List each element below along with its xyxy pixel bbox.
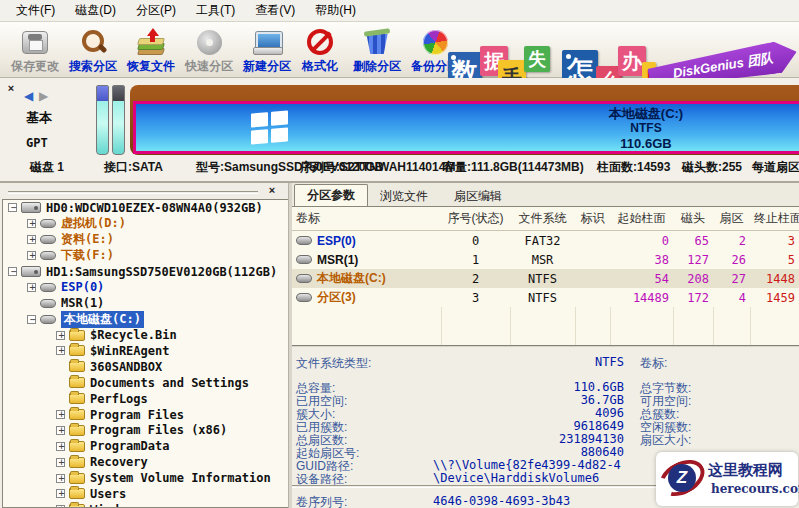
partition-table: 卷标 序号(状态) 文件系统 标识 起始柱面 磁头 扇区 终止柱面 ESP(0)… — [292, 206, 799, 345]
folder-icon — [69, 409, 85, 420]
delete-partition-icon — [365, 30, 389, 54]
search-partition-button[interactable]: 搜索分区 — [64, 25, 122, 75]
tab-sector-edit[interactable]: 扇区编辑 — [442, 186, 514, 206]
hdd-icon — [21, 202, 41, 213]
tree-item-folder[interactable]: Recovery — [3, 454, 288, 470]
panel-grip — [8, 191, 258, 194]
tree-item-hd0[interactable]: HD0:WDCWD10EZEX-08WN4A0(932GB) — [3, 200, 288, 216]
windows-logo-icon — [251, 110, 288, 144]
collapse-icon[interactable] — [8, 267, 17, 276]
delete-partition-button[interactable]: 删除分区 — [348, 25, 406, 75]
folder-icon — [69, 488, 85, 499]
new-partition-icon — [252, 28, 282, 56]
expand-icon[interactable] — [27, 283, 36, 292]
disk-info-line: 磁盘 1 接口:SATA 型号:SamsungSSD750EV0120GB 序列… — [0, 158, 799, 176]
expand-icon[interactable] — [27, 251, 36, 260]
tree-item-folder[interactable]: $WinREAgent — [3, 343, 288, 359]
esp-partition-bar[interactable] — [96, 85, 109, 155]
detail-row: 总容量:110.6GB总字节数: — [292, 380, 799, 393]
folder-icon — [69, 425, 85, 436]
tree-item-folder[interactable]: Program Files (x86) — [3, 422, 288, 438]
tree-item-esp[interactable]: ESP(0) — [3, 279, 288, 295]
format-button[interactable]: 格式化 — [296, 25, 344, 75]
tree-item-folder[interactable]: 360SANDBOX — [3, 359, 288, 375]
next-disk-arrow-icon[interactable]: ▶ — [39, 89, 48, 103]
drive-icon — [40, 299, 56, 308]
menu-partition[interactable]: 分区(P) — [126, 0, 186, 21]
tab-bar: 分区参数 浏览文件 扇区编辑 — [292, 183, 799, 206]
collapse-icon[interactable] — [8, 203, 17, 212]
menu-help[interactable]: 帮助(H) — [305, 0, 366, 21]
expand-icon[interactable] — [56, 474, 65, 483]
table-row[interactable]: ESP(0) 0 FAT32 0 65 2 3 — [292, 231, 799, 250]
tree-item-folder[interactable]: $Recycle.Bin — [3, 327, 288, 343]
tree-item-hd1[interactable]: HD1:SamsungSSD750EV0120GB(112GB) — [3, 264, 288, 280]
table-row[interactable]: MSR(1) 1 MSR 38 127 26 5 — [292, 250, 799, 269]
disk-bar[interactable]: 本地磁盘(C:) NTFS 110.6GB — [130, 85, 799, 155]
folder-icon — [69, 393, 85, 404]
menu-view[interactable]: 查看(V) — [245, 0, 305, 21]
save-changes-button[interactable]: 保存更改 — [6, 25, 64, 75]
folder-icon — [69, 361, 85, 372]
expand-icon[interactable] — [27, 235, 36, 244]
expand-icon[interactable] — [56, 426, 65, 435]
tree-item-drive-f[interactable]: 下载(F:) — [3, 248, 288, 264]
menu-file[interactable]: 文件(F) — [6, 0, 65, 21]
expand-icon[interactable] — [56, 346, 65, 355]
close-icon[interactable]: × — [5, 83, 17, 95]
menu-disk[interactable]: 磁盘(D) — [65, 0, 126, 21]
new-partition-button[interactable]: 新建分区 — [238, 25, 296, 75]
tree-item-folder[interactable]: Documents and Settings — [3, 375, 288, 391]
tree-item-folder[interactable]: System Volume Information — [3, 470, 288, 486]
close-icon[interactable]: × — [266, 185, 278, 197]
ad-tile: 失 — [524, 46, 550, 72]
tree-item-drive-e[interactable]: 资料(E:) — [3, 232, 288, 248]
tree-item-drive-c[interactable]: 本地磁盘(C:) — [3, 311, 288, 327]
drive-icon — [40, 235, 56, 244]
folder-icon — [69, 345, 85, 356]
tree-item-folder[interactable]: Program Files — [3, 407, 288, 423]
tree-item-folder[interactable]: ProgramData — [3, 438, 288, 454]
folder-icon — [69, 457, 85, 468]
tree-item-msr[interactable]: MSR(1) — [3, 295, 288, 311]
quick-partition-button[interactable]: 快速分区 — [180, 25, 238, 75]
expand-icon[interactable] — [56, 331, 65, 340]
expand-icon[interactable] — [56, 458, 65, 467]
collapse-icon[interactable] — [27, 315, 36, 324]
quick-partition-icon — [197, 30, 222, 55]
folder-icon — [69, 330, 85, 341]
folder-icon — [69, 441, 85, 452]
drive-icon — [296, 255, 312, 264]
tree-item-folder[interactable]: Windows — [3, 502, 288, 508]
tab-browse-files[interactable]: 浏览文件 — [368, 186, 440, 206]
tree-panel: × HD0:WDCWD10EZEX-08WN4A0(932GB) 虚拟机(D:)… — [0, 183, 288, 508]
table-row-selected[interactable]: 本地磁盘(C:) 2 NTFS 54 208 27 1448 — [292, 269, 799, 288]
msr-partition-bar[interactable] — [112, 85, 125, 155]
menu-tools[interactable]: 工具(T) — [186, 0, 245, 21]
tree-panel-header: × — [2, 184, 286, 199]
tree-item-folder[interactable]: Users — [3, 486, 288, 502]
disk-map-panel: × ◀ ▶ 基本 GPT 本地磁盘(C:) NTFS 110.6GB 磁盘 1 … — [0, 78, 799, 183]
drive-icon — [296, 236, 312, 245]
table-header-row: 卷标 序号(状态) 文件系统 标识 起始柱面 磁头 扇区 终止柱面 — [292, 207, 799, 231]
expand-icon[interactable] — [27, 219, 36, 228]
prev-disk-arrow-icon[interactable]: ◀ — [24, 89, 33, 103]
tree-item-folder[interactable]: PerfLogs — [3, 391, 288, 407]
drive-icon — [40, 315, 56, 324]
c-partition-block[interactable]: 本地磁盘(C:) NTFS 110.6GB — [133, 101, 799, 154]
partition-caption: 本地磁盘(C:) NTFS 110.6GB — [541, 106, 751, 151]
expand-icon[interactable] — [56, 442, 65, 451]
backup-partition-icon — [419, 26, 451, 58]
recover-files-button[interactable]: 恢复文件 — [122, 25, 180, 75]
partition-table-type-label: GPT — [26, 136, 48, 150]
tree-item-drive-d[interactable]: 虚拟机(D:) — [3, 216, 288, 232]
drive-icon — [296, 274, 312, 283]
expand-icon[interactable] — [56, 410, 65, 419]
format-icon — [307, 29, 333, 55]
disk-mode-label: 基本 — [26, 109, 52, 127]
expand-icon[interactable] — [56, 489, 65, 498]
tab-partition-params[interactable]: 分区参数 — [294, 184, 368, 206]
table-row[interactable]: 分区(3) 3 NTFS 14489 172 4 1459 — [292, 288, 799, 307]
folder-icon — [69, 473, 85, 484]
drive-icon — [296, 293, 312, 302]
